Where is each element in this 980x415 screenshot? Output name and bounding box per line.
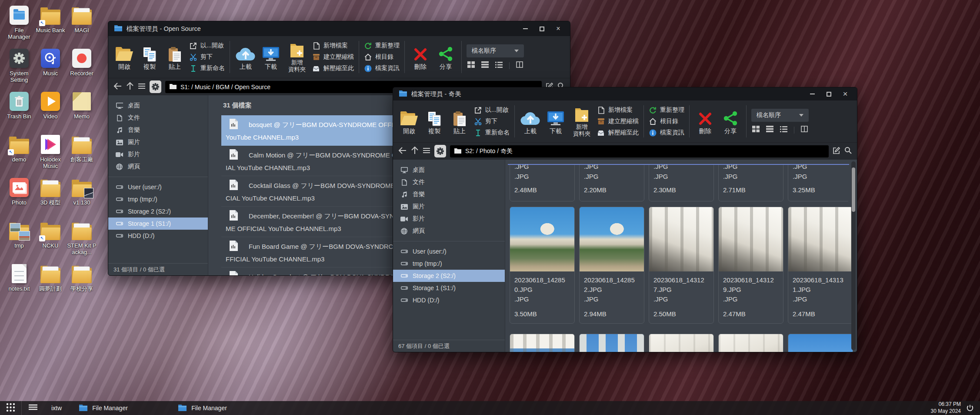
sidebar-drive-storage2[interactable]: Storage 2 (S2:/) <box>108 205 208 218</box>
photo-card[interactable]: 20230618_143129.JPG.JPG2.47MB <box>718 207 783 324</box>
view-grid-button[interactable] <box>752 126 760 134</box>
sidebar-drive-hdd[interactable]: HDD (D:/) <box>108 230 208 242</box>
sort-order-dropdown[interactable]: 檔名順序 <box>751 109 809 122</box>
open-with-button[interactable]: 以...開啟 <box>474 106 510 115</box>
cut-button[interactable]: 剪下 <box>189 53 225 62</box>
view-list-button[interactable] <box>766 126 773 134</box>
ime-indicator[interactable]: ixtw <box>51 405 62 412</box>
desktop-icon-recorder[interactable]: Recorder <box>66 48 97 91</box>
open-with-button[interactable]: 以...開啟 <box>189 41 225 50</box>
desktop-icon-music-bank[interactable]: ↖ Music Bank <box>35 5 66 48</box>
desktop-icon-3d-models[interactable]: 3D 模型 <box>35 177 66 221</box>
sidebar-item-pictures[interactable]: 圖片 <box>108 136 208 148</box>
desktop-icon-memo[interactable]: Memo <box>66 91 97 134</box>
photo-card-partial[interactable]: .JPG.JPG3.25MB <box>788 165 848 201</box>
desktop-icon-notes-txt[interactable]: notes.txt <box>3 264 35 307</box>
delete-button[interactable]: 刪除 <box>408 44 433 71</box>
sidebar-drive-storage1[interactable]: Storage 1 (S1:/) <box>393 282 505 294</box>
sidebar-item-pictures[interactable]: 圖片 <box>393 201 505 213</box>
view-list-button[interactable] <box>481 61 489 70</box>
view-columns-button[interactable] <box>801 126 808 134</box>
sidebar-drive-tmp[interactable]: tmp (tmp:/) <box>108 193 208 205</box>
copy-button[interactable]: 複製 <box>137 44 162 71</box>
up-button[interactable] <box>126 82 134 92</box>
up-button[interactable] <box>411 146 419 156</box>
photo-card[interactable]: 20230618_142852.JPG.JPG2.94MB <box>579 207 644 324</box>
photo-card-partial[interactable] <box>510 334 575 352</box>
upload-button[interactable]: 上載 <box>233 44 258 71</box>
sort-order-dropdown[interactable]: 檔名順序 <box>467 44 524 57</box>
settings-gear-button[interactable] <box>434 145 446 157</box>
photo-card-partial[interactable]: .JPG.JPG2.20MB <box>579 165 644 201</box>
desktop-icon-stem-kit[interactable]: STEM Kit Packag... <box>66 221 97 264</box>
scrollbar[interactable] <box>851 161 856 350</box>
sidebar-item-desktop[interactable]: 桌面 <box>108 100 208 112</box>
new-file-button[interactable]: 新增檔案 <box>312 41 354 50</box>
desktop-icon-trash-bin[interactable]: Trash Bin <box>3 91 35 134</box>
sidebar-item-music[interactable]: 音樂 <box>108 124 208 136</box>
maximize-button[interactable] <box>820 88 837 100</box>
desktop-icon-photo[interactable]: Photo <box>3 177 35 221</box>
root-dir-button[interactable]: 根目錄 <box>364 53 400 62</box>
view-compact-button[interactable] <box>780 126 787 134</box>
copy-button[interactable]: 複製 <box>422 108 447 135</box>
photo-card-partial[interactable] <box>649 334 714 352</box>
photo-card-partial[interactable]: .JPG.JPG2.48MB <box>510 165 575 201</box>
scrollbar-thumb[interactable] <box>852 167 855 212</box>
share-button[interactable]: 分享 <box>718 108 743 135</box>
settings-gear-button[interactable] <box>150 80 161 93</box>
sidebar-drive-storage1-selected[interactable]: Storage 1 (S1:/) <box>108 218 208 230</box>
sidebar-drive-storage2-selected[interactable]: Storage 2 (S2:/) <box>393 270 505 282</box>
desktop-icon-system-setting[interactable]: System Setting <box>3 48 35 91</box>
sidebar-item-desktop[interactable]: 桌面 <box>393 164 505 176</box>
desktop-icon-v1130[interactable]: v1.130 <box>66 177 97 221</box>
rename-button[interactable]: 重新命名 <box>474 128 510 137</box>
power-button[interactable] <box>966 404 974 412</box>
sidebar-drive-user[interactable]: User (user:/) <box>393 245 505 258</box>
app-launcher-button[interactable] <box>0 401 22 415</box>
sidebar-item-music[interactable]: 音樂 <box>393 188 505 201</box>
minimize-button[interactable] <box>517 23 533 34</box>
titlebar[interactable]: 檔案管理員 - 奇美 × <box>393 87 857 100</box>
download-button[interactable]: 下載 <box>258 44 283 71</box>
desktop-icon-file-manager[interactable]: File Manager <box>3 5 35 48</box>
photo-card-partial[interactable]: .JPG.JPG2.30MB <box>649 165 714 201</box>
paste-button[interactable]: 貼上 <box>447 108 472 135</box>
sidebar-item-web[interactable]: 網頁 <box>393 225 505 237</box>
photo-card[interactable]: 20230618_143127.JPG.JPG2.50MB <box>649 207 714 324</box>
sidebar-drive-user[interactable]: User (user:/) <box>108 181 208 193</box>
desktop-icon-school-share[interactable]: 學校分享 <box>66 264 97 307</box>
maximize-button[interactable] <box>533 23 550 34</box>
taskbar-task-file-manager-1[interactable]: File Manager <box>74 401 161 415</box>
root-dir-button[interactable]: 根目錄 <box>649 117 684 126</box>
back-button[interactable] <box>113 82 122 92</box>
refresh-button[interactable]: 重新整理 <box>364 41 400 50</box>
file-info-button[interactable]: 檔案資訊 <box>649 128 684 137</box>
open-button[interactable]: 開啟 <box>397 108 422 135</box>
sidebar-item-documents[interactable]: 文件 <box>108 112 208 124</box>
taskbar-task-file-manager-2[interactable]: File Manager <box>173 401 260 415</box>
desktop-icon-video[interactable]: Video <box>35 91 66 134</box>
create-archive-button[interactable]: 建立壓縮檔 <box>597 117 639 126</box>
clock[interactable]: 06:37 PM 30 May 2024 <box>931 401 966 415</box>
sidebar-item-web[interactable]: 網頁 <box>108 161 208 173</box>
photo-card-partial[interactable] <box>718 334 783 352</box>
desktop-icon-magi[interactable]: MAGI <box>66 5 97 48</box>
desktop-icon-demo[interactable]: ↖ demo <box>3 134 35 177</box>
menu-button[interactable] <box>423 147 430 155</box>
desktop-icon-ncku[interactable]: ↖ NCKU <box>35 221 66 264</box>
photo-card[interactable]: 20230618_142850.JPG.JPG3.50MB <box>510 207 575 324</box>
view-columns-button[interactable] <box>516 61 523 70</box>
share-button[interactable]: 分享 <box>433 44 458 71</box>
view-grid-button[interactable] <box>467 61 475 70</box>
delete-button[interactable]: 刪除 <box>693 108 718 135</box>
desktop-icon-tmp[interactable]: tmp <box>3 221 35 264</box>
photo-card[interactable]: 20230618_143131.JPG.JPG2.47MB <box>788 207 853 324</box>
sidebar-item-documents[interactable]: 文件 <box>393 176 505 188</box>
cut-button[interactable]: 剪下 <box>474 117 510 126</box>
close-button[interactable]: × <box>550 23 567 34</box>
sidebar-item-videos[interactable]: 影片 <box>393 213 505 225</box>
photo-card-partial[interactable] <box>579 334 644 352</box>
new-folder-button[interactable]: 新增資料夾 <box>568 106 595 137</box>
desktop-icon-holodex-music[interactable]: Holodex Music <box>35 134 66 177</box>
